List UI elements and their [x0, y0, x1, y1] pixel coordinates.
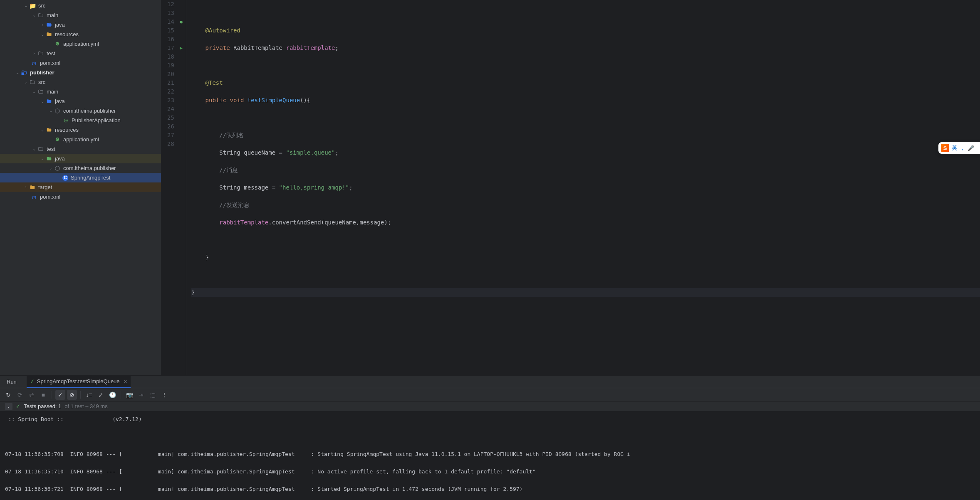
- chevron-down-icon: ⌄: [39, 127, 46, 133]
- project-tree[interactable]: ⌄ src ⌄ main › java ⌄ resources ⚙ applic…: [0, 0, 161, 375]
- run-toolbar: ↻ ⟳ ⇄ ■ ✓ ⊘ ↓≡ ⤢ 🕘 📷 ⇥ ⬚ ⋮: [0, 388, 980, 401]
- chevron-right-icon: ›: [22, 184, 29, 191]
- tree-label: java: [55, 98, 65, 104]
- tree-label: com.itheima.publisher: [63, 165, 116, 171]
- close-icon[interactable]: ×: [124, 378, 127, 385]
- history-button[interactable]: 🕘: [107, 390, 117, 400]
- tests-total: of 1 test – 349 ms: [64, 403, 107, 409]
- show-passed-button[interactable]: ✓: [55, 390, 65, 400]
- maven-icon: m: [31, 194, 37, 200]
- toggle-autotest-button[interactable]: ⇄: [27, 390, 37, 400]
- tree-label: PublisherApplication: [72, 117, 121, 123]
- folder-target-icon: [29, 184, 36, 191]
- tree-module-publisher[interactable]: ⌄ publisher: [0, 68, 161, 77]
- folder-icon: [29, 2, 36, 9]
- tree-label: pom.xml: [40, 60, 60, 66]
- tree-label: src: [38, 79, 45, 85]
- tree-file-pom[interactable]: m pom.xml: [0, 58, 161, 68]
- tree-label: main: [47, 12, 58, 18]
- test-status-bar: ⌄ ✓ Tests passed: 1 of 1 test – 349 ms: [0, 401, 980, 411]
- tree-folder-src2[interactable]: ⌄ src: [0, 77, 161, 87]
- folder-icon: [37, 12, 44, 19]
- spring-run-icon: ⊚: [62, 117, 69, 124]
- svg-point-1: [55, 108, 60, 113]
- separator: [121, 391, 121, 399]
- tree-package-test[interactable]: ⌄ com.itheima.publisher: [0, 163, 161, 173]
- tree-folder-main2[interactable]: ⌄ main: [0, 87, 161, 96]
- stop-button[interactable]: ■: [38, 390, 48, 400]
- test-pass-icon: ✓: [30, 378, 35, 384]
- run-tab-active[interactable]: ✓ SpringAmqpTest.testSimpleQueue ×: [27, 376, 131, 388]
- tree-folder-resources2[interactable]: ⌄ resources: [0, 125, 161, 135]
- chevron-down-icon: ⌄: [14, 69, 21, 76]
- tree-label: java: [55, 22, 65, 28]
- export-button[interactable]: ⇥: [136, 390, 146, 400]
- folder-icon: [29, 79, 36, 86]
- import-button[interactable]: 📷: [124, 390, 134, 400]
- ime-lang: 英: [952, 144, 957, 152]
- rerun-failed-button[interactable]: ⟳: [15, 390, 25, 400]
- folder-icon: [37, 89, 44, 95]
- more-button[interactable]: ⋮: [159, 390, 169, 400]
- tree-file-pom2[interactable]: m pom.xml: [0, 192, 161, 202]
- editor-gutter: 12 13 14● 15 16 17▶ 18 19 20 21 22 23 24…: [161, 0, 186, 375]
- tree-folder-java[interactable]: › java: [0, 20, 161, 30]
- run-tabs: Run ✓ SpringAmqpTest.testSimpleQueue ×: [0, 376, 980, 388]
- tree-folder-java2[interactable]: ⌄ java: [0, 96, 161, 106]
- tree-label: application.yml: [63, 41, 99, 47]
- tree-folder-target[interactable]: › target: [0, 182, 161, 192]
- console-output[interactable]: :: Spring Boot :: (v2.7.12) 07-18 11:36:…: [0, 411, 980, 500]
- gutter-bean-icon: ●: [176, 17, 183, 26]
- tree-file-appyml2[interactable]: ⚙ application.yml: [0, 135, 161, 144]
- run-panel-title[interactable]: Run: [7, 379, 17, 385]
- show-ignored-button[interactable]: ⊘: [67, 390, 77, 400]
- folder-icon: [37, 50, 44, 57]
- chevron-down-icon: ⌄: [31, 89, 37, 95]
- run-tab-label: SpringAmqpTest.testSimpleQueue: [37, 378, 120, 384]
- tree-folder-src[interactable]: ⌄ src: [0, 1, 161, 10]
- check-icon: ✓: [16, 403, 20, 409]
- tree-class-publisherapp[interactable]: ⊚ PublisherApplication: [0, 116, 161, 125]
- chevron-down-icon: ⌄: [39, 31, 46, 38]
- folder-java-icon: [46, 98, 52, 105]
- rerun-button[interactable]: ↻: [3, 390, 13, 400]
- tree-label: resources: [55, 31, 79, 37]
- tree-folder-test[interactable]: › test: [0, 49, 161, 58]
- ime-logo-icon: S: [941, 144, 949, 152]
- tests-passed-count: Tests passed: 1: [24, 403, 61, 409]
- tree-file-appyml[interactable]: ⚙ application.yml: [0, 39, 161, 49]
- code-body[interactable]: @Autowired private RabbitTemplate rabbit…: [186, 0, 980, 375]
- tree-folder-test2[interactable]: ⌄ test: [0, 144, 161, 154]
- chevron-down-icon: ⌄: [31, 146, 37, 153]
- tree-label: application.yml: [63, 136, 99, 143]
- sort-button[interactable]: ↓≡: [84, 390, 94, 400]
- tree-label: pom.xml: [40, 194, 60, 200]
- code-editor[interactable]: 12 13 14● 15 16 17▶ 18 19 20 21 22 23 24…: [161, 0, 980, 375]
- screenshot-button[interactable]: ⬚: [148, 390, 158, 400]
- tree-folder-java3[interactable]: ⌄ java: [0, 154, 161, 163]
- collapse-button[interactable]: ⌄: [5, 403, 12, 410]
- chevron-down-icon: ⌄: [39, 98, 46, 105]
- chevron-down-icon: ⌄: [22, 2, 29, 9]
- tree-class-springamqptest[interactable]: C SpringAmqpTest: [0, 173, 161, 182]
- svg-point-2: [55, 166, 60, 170]
- maven-icon: m: [31, 60, 37, 67]
- mic-icon: 🎤: [968, 145, 974, 151]
- tree-label: test: [47, 146, 55, 152]
- gutter-run-icon[interactable]: ▶: [176, 44, 183, 52]
- chevron-down-icon: ⌄: [39, 155, 46, 162]
- tree-package-publisher[interactable]: ⌄ com.itheima.publisher: [0, 106, 161, 116]
- expand-button[interactable]: ⤢: [96, 390, 106, 400]
- tree-folder-main[interactable]: ⌄ main: [0, 10, 161, 20]
- class-icon: C: [62, 175, 68, 181]
- tree-label: publisher: [30, 69, 54, 76]
- chevron-right-icon: ›: [39, 22, 46, 28]
- package-icon: [54, 108, 61, 114]
- tree-folder-resources[interactable]: ⌄ resources: [0, 30, 161, 39]
- tree-label: target: [38, 184, 52, 190]
- tree-label: src: [38, 2, 45, 9]
- ime-punct: ，: [960, 144, 965, 152]
- tree-label: test: [47, 50, 55, 57]
- ime-indicator[interactable]: S 英 ， 🎤: [938, 142, 980, 154]
- tree-label: resources: [55, 127, 79, 133]
